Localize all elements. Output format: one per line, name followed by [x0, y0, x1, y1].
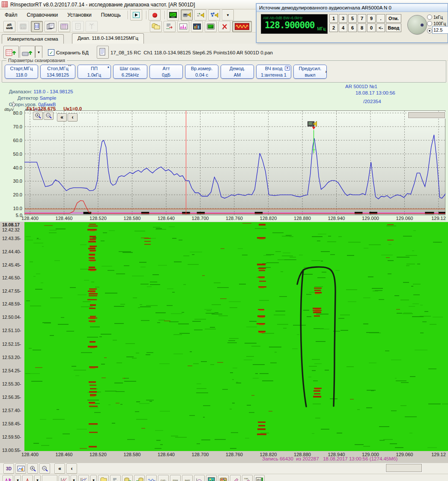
audio-route-button[interactable]	[194, 9, 206, 21]
key-0[interactable]: 0	[367, 24, 376, 32]
key-2[interactable]: 2	[329, 24, 338, 32]
key-3[interactable]: 3	[339, 14, 347, 23]
rewind-button[interactable]: «	[54, 463, 65, 474]
key-7[interactable]: 7	[358, 14, 366, 23]
param-start-button[interactable]: Старт,МГц118.0	[5, 65, 38, 79]
axes-1-button[interactable]	[59, 475, 69, 481]
scan-start-button[interactable]	[3, 46, 19, 59]
param-if-bw-button[interactable]: ПП1.0кГц*	[78, 65, 111, 79]
dropdown-icon[interactable]: ▼	[285, 66, 290, 71]
dropdown-button[interactable]: ▼	[71, 475, 77, 481]
menu-Справочники[interactable]: Справочники	[22, 10, 63, 20]
key-Отм.[interactable]: Отм.	[386, 14, 401, 23]
play-button[interactable]	[130, 9, 142, 21]
key-1[interactable]: 1	[329, 14, 338, 23]
param-rf-input-button[interactable]: ВЧ вход1:антенна 1▼	[256, 65, 291, 79]
db-uv-button[interactable]: дБмкВ	[3, 21, 15, 32]
rewind-button[interactable]: «	[57, 113, 67, 122]
key-Ввод[interactable]: Ввод	[386, 24, 401, 32]
menu-Файл[interactable]: Файл	[0, 10, 22, 20]
scan-mode-dropdown[interactable]: ▼	[35, 46, 42, 59]
marker-a-button[interactable]	[22, 475, 33, 481]
tuning-knob[interactable]	[407, 15, 427, 35]
curr-button[interactable]: curr-	[158, 475, 169, 481]
blank-button[interactable]	[385, 463, 422, 472]
params-more-button[interactable]: ›	[323, 66, 329, 77]
dropdown-button[interactable]: ▼	[222, 9, 234, 21]
3d-button[interactable]: 3D	[3, 463, 14, 474]
table-view-button[interactable]	[58, 21, 70, 32]
key-4[interactable]: 4	[339, 24, 347, 32]
param-meas-time-button[interactable]: Вр.измер.0.04 с	[185, 65, 218, 79]
spectrum-plot[interactable]	[24, 110, 445, 215]
zoom-out-button[interactable]	[39, 463, 50, 474]
wave-record-button[interactable]	[232, 21, 252, 32]
report-view-button[interactable]	[31, 21, 43, 32]
param-step-button[interactable]: Шаг скан.6.25kHz	[113, 65, 147, 79]
max-button[interactable]: max	[170, 475, 181, 481]
folders-button[interactable]	[150, 21, 162, 32]
chart-scroll-box[interactable]	[408, 112, 445, 119]
pan-file-button[interactable]	[97, 46, 109, 59]
document-button[interactable]	[72, 21, 84, 32]
wave-edit-button[interactable]	[146, 475, 157, 481]
zoom-in-button[interactable]	[33, 112, 43, 120]
dropdown-button[interactable]: ▼	[34, 475, 41, 481]
aver-button[interactable]: aver	[182, 475, 193, 481]
calculator-button[interactable]	[17, 21, 29, 32]
key-<-[interactable]: <-	[376, 24, 385, 32]
waterfall-screen-button[interactable]	[167, 9, 179, 21]
audio-network-button[interactable]	[208, 9, 220, 21]
zoom-out-button[interactable]	[44, 112, 54, 120]
trace-button[interactable]	[194, 475, 205, 481]
key-6[interactable]: 6	[348, 24, 357, 32]
dropdown-button[interactable]: ▼	[90, 475, 97, 481]
tab-measurement-scheme[interactable]: Измерительная схема	[2, 34, 64, 44]
waterfall-view-button[interactable]	[205, 21, 217, 32]
blank-button[interactable]	[42, 475, 57, 481]
axes-2-button[interactable]	[78, 475, 89, 481]
audio-source-titlebar[interactable]: Источник демодулированного аудиосигнала …	[257, 4, 448, 12]
scan-keyboard-button[interactable]	[20, 46, 35, 59]
image-button[interactable]	[206, 475, 217, 481]
dropdown-button[interactable]: ▼	[15, 475, 21, 481]
erase-max-button[interactable]: max	[242, 475, 253, 481]
palette-button[interactable]	[218, 475, 229, 481]
export-db-button[interactable]	[122, 475, 133, 481]
delete-button[interactable]	[218, 21, 230, 32]
step-option-1khz[interactable]: 1кГц	[427, 15, 443, 20]
report-pages-button[interactable]	[45, 21, 57, 32]
abc-button[interactable]: abc	[254, 475, 265, 481]
key-.[interactable]: .	[376, 14, 385, 23]
zoom-in-button[interactable]	[27, 463, 38, 474]
record-button[interactable]	[149, 9, 161, 21]
step-back-button[interactable]: ‹	[66, 463, 77, 474]
param-demod-button[interactable]: Демод.АМ	[221, 65, 254, 79]
param-att-button[interactable]: Атт0дБ	[149, 65, 183, 79]
radio-icon[interactable]	[427, 21, 432, 26]
step-option-100hz[interactable]: 100Гц	[427, 21, 446, 26]
waterfall-display[interactable]	[24, 222, 448, 451]
export-list-button[interactable]	[164, 21, 176, 32]
spectrum-view-button[interactable]	[177, 21, 189, 32]
antenna-button[interactable]	[86, 21, 98, 32]
tab-range[interactable]: Диап. 118.0-134.98125МГц	[72, 33, 144, 44]
radio-icon[interactable]	[427, 15, 432, 20]
histogram-view-button[interactable]	[191, 21, 203, 32]
key-8[interactable]: 8	[358, 24, 366, 32]
audio-monitor-button[interactable]	[181, 9, 193, 21]
radio-icon-selected[interactable]	[427, 28, 432, 33]
key-5[interactable]: 5	[348, 14, 357, 23]
folder-button[interactable]	[98, 475, 109, 481]
import-db-button[interactable]	[134, 475, 145, 481]
transfer-button[interactable]	[110, 475, 121, 481]
spectrum-a-button[interactable]	[3, 475, 13, 481]
chart-mode-button[interactable]	[15, 463, 26, 474]
save-db-checkbox[interactable]: ✓	[48, 49, 54, 56]
step-value-input[interactable]	[432, 26, 448, 34]
param-preamp-button[interactable]: Предусил.выкл	[293, 65, 327, 79]
step-back-button[interactable]: ‹	[68, 113, 78, 122]
step-option-custom[interactable]	[427, 28, 432, 33]
menu-Установки[interactable]: Установки	[63, 10, 96, 20]
key-9[interactable]: 9	[367, 14, 376, 23]
